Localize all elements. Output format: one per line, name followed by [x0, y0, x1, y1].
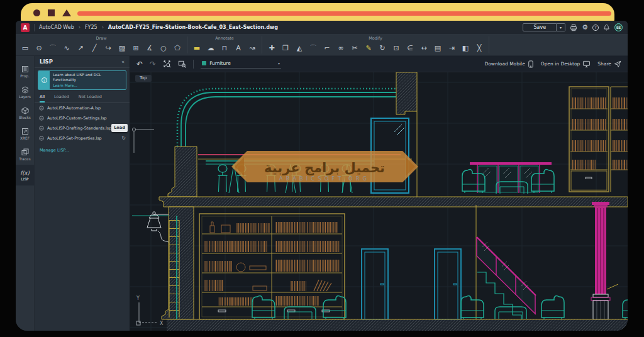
open-desktop-label: Open in Desktop	[541, 61, 580, 67]
extrude-icon[interactable]: ◧	[460, 43, 471, 53]
learn-more-link[interactable]: Learn More...	[53, 84, 123, 87]
load-button[interactable]: Load	[111, 124, 128, 132]
spline-icon[interactable]: ∿	[61, 43, 72, 53]
breadcrumb-separator: ›	[79, 25, 80, 30]
chamfer-icon[interactable]: ⌐	[321, 43, 333, 53]
print-icon[interactable]	[570, 24, 577, 31]
help-icon[interactable]: ?	[592, 25, 599, 31]
revision-cloud-icon[interactable]: ☁	[205, 43, 216, 53]
sidebar-item-lisp[interactable]: f(x) LISP	[16, 165, 35, 185]
manage-lisp-link[interactable]: Manage LISP...	[35, 143, 130, 157]
export-icon[interactable]: ⇥	[446, 43, 457, 53]
notifications-bell-icon[interactable]	[603, 24, 610, 31]
info-icon: i	[42, 77, 47, 83]
ground	[167, 319, 628, 331]
angle-icon[interactable]: ∡	[144, 43, 155, 53]
armchair	[323, 296, 346, 319]
circle-icon[interactable]: ⊙	[33, 43, 45, 53]
view-tab-top[interactable]: Top	[135, 75, 152, 82]
fillet-icon[interactable]: ⌒	[308, 43, 319, 53]
save-button[interactable]: Save	[523, 23, 557, 31]
traces-icon	[21, 148, 29, 156]
copy-icon[interactable]: ❐	[280, 43, 291, 53]
mobile-phone-icon	[528, 60, 534, 68]
settings-gear-icon[interactable]: ⚙	[582, 24, 588, 31]
ucs-x-label: X	[160, 321, 164, 326]
armchair	[623, 296, 628, 319]
top-beam	[396, 72, 417, 114]
ellipse-icon[interactable]: ○	[158, 43, 169, 53]
lisp-file-row[interactable]: AutoLISP-Set-Properties.lsp ↻	[35, 133, 130, 143]
sidebar-item-properties[interactable]: Prop.	[16, 61, 35, 82]
match-properties-icon[interactable]: ∞	[335, 43, 347, 53]
leader-icon[interactable]: ↝	[247, 43, 258, 53]
sidebar-item-label: Prop.	[20, 74, 30, 78]
refresh-icon[interactable]: ↻	[121, 135, 126, 141]
window-control-square[interactable]	[48, 9, 55, 16]
breadcrumb-app[interactable]: AutoCAD Web	[39, 25, 74, 30]
tab-not-loaded[interactable]: Not Loaded	[79, 93, 102, 102]
open-in-desktop-button[interactable]: Open in Desktop	[541, 60, 591, 68]
ray-icon[interactable]: ↗	[75, 43, 86, 53]
mirror-icon[interactable]: ◭	[294, 43, 305, 53]
multiline-icon[interactable]: ▬	[191, 43, 203, 53]
save-block-icon[interactable]: ▤	[432, 43, 443, 53]
undo-icon[interactable]: ↶	[136, 60, 143, 68]
trim-icon[interactable]: ✂	[349, 43, 360, 53]
stage: A AutoCAD Web › FY25 › AutoCAD-FY25_Fire…	[0, 0, 644, 337]
array-icon[interactable]: ⊞	[130, 43, 142, 53]
canvas-toolbar: ↶ ↷ Furniture ▾	[130, 56, 628, 72]
window-control-triangle[interactable]	[62, 9, 71, 16]
sidebar-item-layers[interactable]: Layers	[16, 82, 35, 102]
sidebar-item-label: Layers	[19, 95, 31, 99]
collapse-panel-icon[interactable]: «	[121, 59, 125, 65]
zoom-extents-icon[interactable]	[163, 60, 171, 68]
dimension-icon[interactable]: ⊓	[219, 43, 230, 53]
download-mobile-label: Download Mobile	[484, 61, 525, 67]
sidebar-item-traces[interactable]: Traces	[16, 144, 35, 165]
cad-drawing[interactable]: Y X تحميل برامج عربية ARABICSOFT.ORG	[130, 72, 628, 331]
offset-icon[interactable]: ∈	[404, 43, 416, 53]
window-control-circle[interactable]	[33, 9, 40, 16]
save-dropdown-caret[interactable]: ▾	[557, 23, 565, 31]
classical-column	[591, 202, 618, 319]
banner-text: Learn about LISP and DCL functionality	[53, 73, 123, 83]
line-icon[interactable]: ╱	[89, 43, 100, 53]
circle-minus-icon	[39, 126, 44, 131]
scale-icon[interactable]: ⊡	[391, 43, 402, 53]
sidebar-item-label: XREF	[20, 136, 30, 140]
break-icon[interactable]: ╳	[474, 43, 485, 53]
ribbon-group-label: Draw	[96, 36, 107, 41]
breadcrumb-folder[interactable]: FY25	[85, 25, 97, 30]
sidebar-item-label: Blocks	[19, 116, 31, 119]
wall-ladder	[169, 216, 179, 319]
ribbon-group-modify: Modify ✚ ❐ ◭ ⌒ ⌐ ∞ ✂ ✎ ↻ ⊡ ∈ ↔ ▤ ⇥ ◧	[262, 35, 489, 55]
share-button[interactable]: Share	[597, 60, 621, 68]
zoom-window-icon[interactable]	[178, 60, 186, 68]
user-avatar[interactable]: SS	[614, 23, 623, 31]
left-tool-strip: Prop. Layers Blocks XREF Traces	[16, 56, 35, 331]
tab-all[interactable]: All	[40, 93, 45, 102]
ribbon-toolbar: Draw ▭ ⊙ ⌒ ∿ ↗ ╱ ↪ ▨ ⊞ ∡ ○ ⬠ Anno	[16, 35, 628, 56]
tab-loaded[interactable]: Loaded	[54, 93, 69, 102]
lisp-file-row[interactable]: AutoLISP-Drafting-Standards.lsp Load	[35, 123, 130, 133]
lisp-file-name: AutoLISP-Custom-Settings.lsp	[47, 116, 107, 121]
rotate-icon[interactable]: ↻	[377, 43, 388, 53]
text-icon[interactable]: A	[233, 43, 244, 53]
rectangle-icon[interactable]: ▭	[19, 43, 31, 53]
edit-pencil-icon[interactable]: ✎	[363, 43, 374, 53]
arc-icon[interactable]: ⌒	[47, 43, 58, 53]
stretch-icon[interactable]: ↔	[418, 43, 430, 53]
lisp-file-name: AutoLISP-Set-Properties.lsp	[47, 136, 102, 141]
hatch-icon[interactable]: ▨	[116, 43, 128, 53]
revision-arc-icon[interactable]: ↪	[103, 43, 114, 53]
lisp-file-row[interactable]: AutoLISP-Automation-A.lsp	[35, 103, 130, 113]
move-icon[interactable]: ✚	[266, 43, 277, 53]
redo-icon[interactable]: ↷	[150, 60, 156, 68]
layer-selector-dropdown[interactable]: Furniture ▾	[201, 59, 281, 69]
polygon-icon[interactable]: ⬠	[172, 43, 183, 53]
lisp-file-row[interactable]: AutoLISP-Custom-Settings.lsp	[35, 113, 130, 123]
download-mobile-button[interactable]: Download Mobile	[484, 60, 533, 68]
sidebar-item-blocks[interactable]: Blocks	[16, 102, 35, 123]
sidebar-item-xref[interactable]: XREF	[16, 123, 35, 144]
